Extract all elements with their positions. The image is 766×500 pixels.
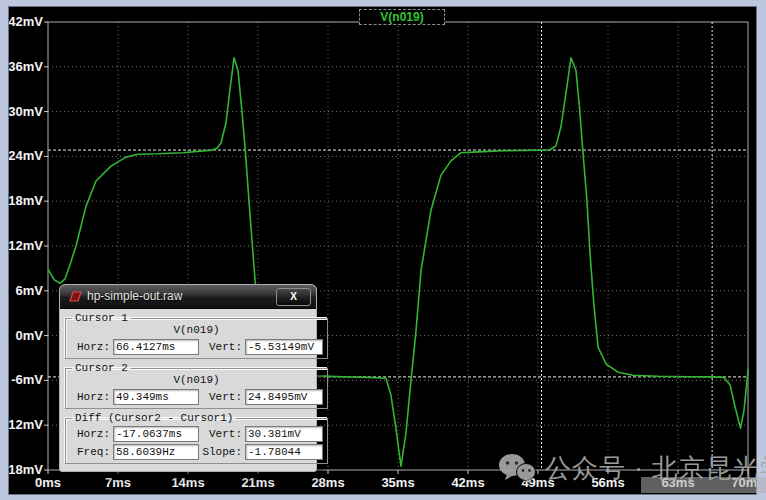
cursor2-group: Cursor 2 V(n019) Horz: Vert:	[65, 362, 328, 409]
wechat-icon	[497, 453, 537, 485]
diff-vert-input[interactable]	[245, 426, 323, 442]
cursor1-horz-label: Horz:	[70, 341, 110, 353]
diff-heading: Diff (Cursor2 - Cursor1)	[72, 412, 236, 424]
cursor1-heading: Cursor 1	[72, 312, 131, 324]
y-tick-label: 0mV	[16, 328, 44, 343]
y-tick-label: 42mV	[9, 14, 43, 29]
dialog-body: Cursor 1 V(n019) Horz: Vert: Cursor 2 V(…	[60, 309, 316, 471]
x-tick-label: 14ms	[171, 475, 204, 490]
x-tick-label: 7ms	[105, 475, 131, 490]
dialog-title: hp-simple-out.raw	[87, 289, 182, 303]
plot-pane: 0ms7ms14ms21ms28ms35ms42ms49ms56ms63ms70…	[8, 6, 757, 495]
y-tick-label: 6mV	[16, 283, 44, 298]
watermark-text: 公众号 · 北京昆光学校	[545, 451, 766, 486]
cursor1-vert-label: Vert:	[202, 341, 242, 353]
y-tick-label: -18mV	[9, 462, 43, 477]
y-tick-label: -12mV	[9, 417, 43, 432]
cursor-dialog: hp-simple-out.raw X Cursor 1 V(n019) Hor…	[59, 284, 317, 472]
diff-group: Diff (Cursor2 - Cursor1) Horz: Vert: Fre…	[65, 412, 328, 464]
y-tick-label: 18mV	[9, 193, 43, 208]
y-tick-label: 30mV	[9, 104, 43, 119]
watermark: 公众号 · 北京昆光学校	[497, 451, 766, 486]
x-tick-label: 42ms	[451, 475, 484, 490]
close-button[interactable]: X	[276, 288, 311, 306]
plot-title[interactable]: V(n019)	[359, 9, 445, 25]
x-tick-label: 21ms	[241, 475, 274, 490]
cursor1-vert-input[interactable]	[245, 339, 323, 355]
cursor2-horz-label: Horz:	[70, 391, 110, 403]
x-tick-label: 0ms	[35, 475, 61, 490]
y-tick-label: 24mV	[9, 148, 43, 163]
cursor2-vert-input[interactable]	[245, 389, 323, 405]
x-tick-label: 28ms	[311, 475, 344, 490]
y-tick-label: 36mV	[9, 59, 43, 74]
diff-freq-input[interactable]	[113, 444, 199, 460]
close-icon: X	[290, 291, 297, 302]
cursor1-group: Cursor 1 V(n019) Horz: Vert:	[65, 312, 328, 359]
dialog-titlebar[interactable]: hp-simple-out.raw X	[60, 285, 316, 309]
diff-horz-label: Horz:	[70, 428, 110, 440]
diff-slope-input[interactable]	[245, 444, 323, 460]
cursor2-trace-name: V(n019)	[70, 374, 323, 387]
diff-horz-input[interactable]	[113, 426, 199, 442]
x-tick-label: 35ms	[381, 475, 414, 490]
ltspice-icon	[68, 291, 83, 303]
diff-vert-label: Vert:	[202, 428, 242, 440]
cursor2-horz-input[interactable]	[113, 389, 199, 405]
y-tick-label: 12mV	[9, 238, 43, 253]
diff-slope-label: Slope:	[202, 446, 242, 458]
cursor1-horz-input[interactable]	[113, 339, 199, 355]
y-tick-label: -6mV	[11, 372, 43, 387]
cursor1-trace-name: V(n019)	[70, 324, 323, 337]
cursor2-vert-label: Vert:	[202, 391, 242, 403]
cursor2-heading: Cursor 2	[72, 362, 131, 374]
window-frame: 0ms7ms14ms21ms28ms35ms42ms49ms56ms63ms70…	[0, 0, 766, 500]
diff-freq-label: Freq:	[70, 446, 110, 458]
